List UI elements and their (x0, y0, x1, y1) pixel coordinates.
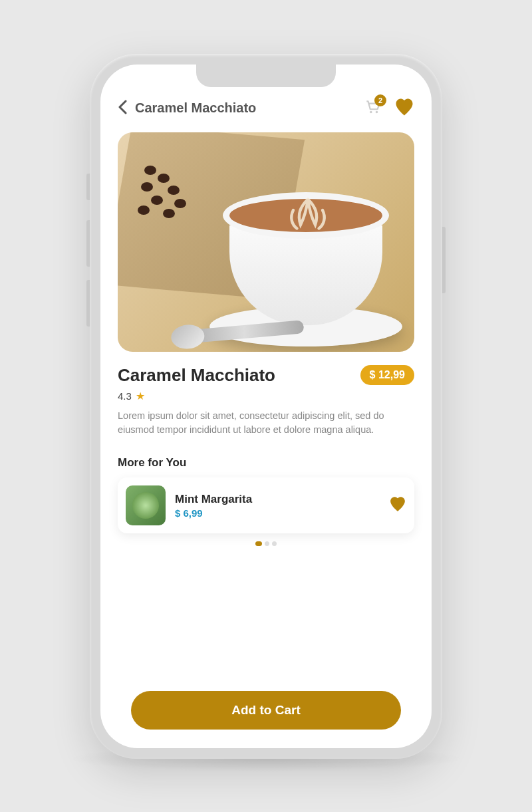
heart-icon (394, 98, 414, 116)
cart-button[interactable]: 2 (364, 98, 381, 118)
phone-notch (196, 65, 336, 87)
product-title-row: Caramel Macchiato $ 12,99 (118, 365, 414, 386)
phone-side-button (442, 227, 446, 293)
recommendation-favorite-button[interactable] (389, 496, 406, 515)
recommendation-price: $ 6,99 (175, 507, 380, 519)
chevron-left-icon (118, 100, 127, 114)
phone-screen: Caramel Macchiato 2 (100, 65, 432, 748)
svg-point-1 (376, 110, 378, 112)
product-hero-image (118, 132, 414, 352)
product-name: Caramel Macchiato (118, 365, 275, 386)
phone-side-button (86, 280, 90, 327)
coffee-beans-decoration (138, 166, 217, 225)
rating-row: 4.3 ★ (118, 390, 414, 402)
heart-icon (389, 496, 406, 512)
carousel-dot-active[interactable] (255, 541, 262, 546)
carousel-dot[interactable] (265, 541, 269, 546)
phone-side-button (86, 220, 90, 267)
star-icon: ★ (136, 390, 145, 402)
phone-side-button (86, 174, 90, 200)
latte-art-icon (265, 196, 351, 232)
phone-mockup-frame: Caramel Macchiato 2 (90, 54, 442, 759)
recommendation-info: Mint Margarita $ 6,99 (175, 493, 380, 519)
add-to-cart-button[interactable]: Add to Cart (131, 691, 401, 730)
svg-point-0 (370, 110, 372, 112)
carousel-dots (118, 541, 414, 546)
carousel-dot[interactable] (272, 541, 277, 546)
product-price-badge: $ 12,99 (360, 365, 414, 385)
recommendation-card[interactable]: Mint Margarita $ 6,99 (118, 477, 414, 533)
app-root: Caramel Macchiato 2 (100, 65, 432, 748)
favorite-button[interactable] (394, 98, 414, 119)
recommendation-thumbnail (126, 485, 166, 525)
back-button[interactable] (118, 100, 127, 117)
more-section-title: More for You (118, 456, 414, 470)
page-title: Caramel Macchiato (135, 100, 356, 116)
rating-value: 4.3 (118, 390, 132, 402)
recommendation-name: Mint Margarita (175, 493, 380, 506)
cart-count-badge: 2 (374, 94, 386, 106)
app-header: Caramel Macchiato 2 (118, 98, 414, 119)
product-description: Lorem ipsum dolor sit amet, consectetur … (118, 409, 414, 438)
